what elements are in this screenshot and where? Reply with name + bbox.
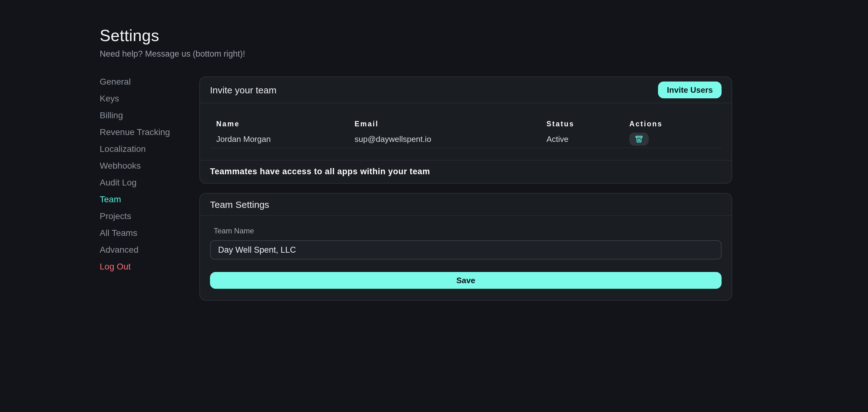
team-name-input[interactable]	[210, 240, 721, 260]
invite-card-header: Invite your team Invite Users	[200, 77, 732, 103]
trash-x-icon	[634, 134, 644, 144]
sidebar-list: General Keys Billing Revenue Tracking Lo…	[100, 73, 199, 274]
sidebar-item-general[interactable]: General	[100, 73, 199, 90]
remove-member-button[interactable]	[629, 133, 649, 146]
save-button[interactable]: Save	[210, 272, 721, 288]
table-header-row: Name Email Status Actions	[200, 103, 732, 130]
column-header-name: Name	[210, 120, 354, 127]
invite-team-card: Invite your team Invite Users Name Email…	[199, 76, 732, 183]
settings-sidebar: General Keys Billing Revenue Tracking Lo…	[100, 73, 199, 300]
sidebar-item-keys[interactable]: Keys	[100, 90, 199, 106]
column-header-status: Status	[547, 120, 629, 127]
sidebar-item-revenue-tracking[interactable]: Revenue Tracking	[100, 123, 199, 140]
table-divider	[200, 148, 732, 160]
sidebar-item-webhooks[interactable]: Webhooks	[100, 157, 199, 174]
member-status-cell: Active	[547, 134, 629, 144]
team-settings-title: Team Settings	[210, 199, 269, 210]
page-header: Settings Need help? Message us (bottom r…	[0, 0, 868, 59]
sidebar-item-log-out[interactable]: Log Out	[100, 258, 199, 274]
page-subtitle: Need help? Message us (bottom right)!	[100, 49, 868, 59]
invite-card-footnote: Teammates have access to all apps within…	[200, 160, 732, 183]
sidebar-item-projects[interactable]: Projects	[100, 207, 199, 224]
member-actions-cell	[629, 133, 721, 146]
member-name-cell: Jordan Morgan	[210, 134, 354, 144]
settings-page: Settings Need help? Message us (bottom r…	[0, 0, 868, 412]
team-settings-body: Team Name Save	[200, 216, 732, 300]
team-settings-card: Team Settings Team Name Save	[199, 193, 732, 300]
sidebar-item-advanced[interactable]: Advanced	[100, 241, 199, 258]
sidebar-item-billing[interactable]: Billing	[100, 106, 199, 123]
column-header-actions: Actions	[629, 120, 721, 127]
invite-card-title: Invite your team	[210, 84, 276, 95]
sidebar-item-localization[interactable]: Localization	[100, 140, 199, 157]
team-members-table: Name Email Status Actions Jordan Morgan …	[200, 103, 732, 160]
sidebar-item-all-teams[interactable]: All Teams	[100, 224, 199, 241]
column-header-email: Email	[354, 120, 547, 127]
team-name-label: Team Name	[214, 227, 721, 235]
invite-users-button[interactable]: Invite Users	[658, 81, 721, 98]
page-title: Settings	[100, 26, 868, 45]
table-row: Jordan Morgan sup@daywellspent.io Active	[210, 130, 721, 148]
sidebar-item-audit-log[interactable]: Audit Log	[100, 174, 199, 191]
settings-content: Invite your team Invite Users Name Email…	[199, 76, 732, 300]
member-email-cell: sup@daywellspent.io	[354, 134, 547, 144]
team-settings-header: Team Settings	[200, 194, 732, 216]
sidebar-item-team[interactable]: Team	[100, 191, 199, 207]
settings-layout: General Keys Billing Revenue Tracking Lo…	[0, 59, 868, 300]
